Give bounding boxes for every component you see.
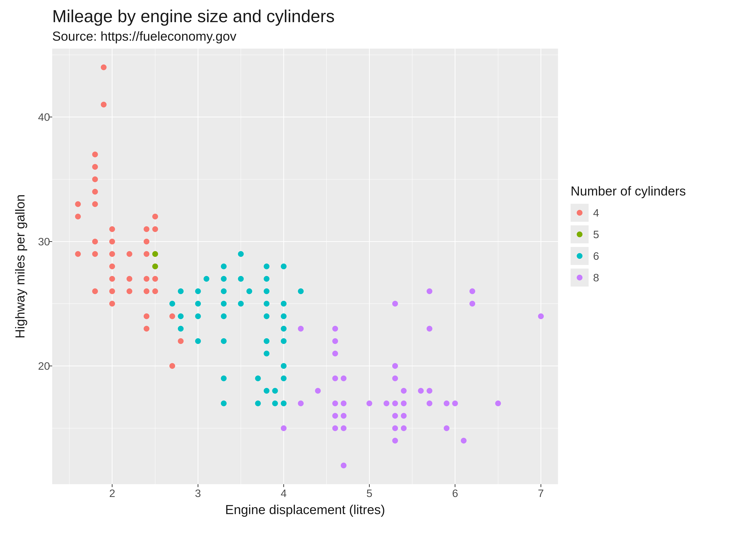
data-point	[144, 313, 149, 319]
data-point	[469, 288, 475, 294]
data-point	[264, 264, 270, 269]
legend-dot-icon	[577, 275, 582, 280]
data-point	[264, 338, 270, 344]
x-tick-label: 7	[538, 487, 544, 499]
data-point	[281, 363, 287, 369]
grid-v-minor	[241, 49, 241, 484]
data-point	[332, 400, 338, 406]
data-point	[452, 400, 458, 406]
data-point	[281, 326, 287, 332]
data-point	[221, 313, 227, 319]
data-point	[401, 413, 407, 419]
data-point	[152, 288, 158, 294]
data-point	[392, 363, 398, 369]
data-point	[298, 326, 304, 332]
data-point	[392, 301, 398, 307]
data-point	[178, 338, 184, 344]
data-point	[264, 351, 270, 356]
data-point	[169, 301, 175, 307]
legend-label: 4	[593, 206, 599, 219]
data-point	[238, 301, 244, 307]
x-tick-label: 6	[452, 487, 458, 499]
data-point	[221, 400, 227, 406]
data-point	[427, 326, 433, 332]
legend-item: 8	[570, 269, 733, 287]
legend-dot-icon	[577, 253, 582, 259]
data-point	[127, 276, 132, 282]
data-point	[109, 226, 115, 232]
grid-v-major	[455, 49, 455, 484]
grid-v-minor	[326, 49, 327, 484]
data-point	[341, 463, 346, 469]
grid-h-minor	[52, 55, 558, 55]
data-point	[341, 400, 346, 406]
data-point	[298, 288, 304, 294]
legend-title: Number of cylinders	[570, 184, 733, 199]
data-point	[281, 375, 287, 381]
data-point	[392, 375, 398, 381]
legend-key	[570, 247, 588, 265]
y-tick-label: 20	[38, 360, 50, 372]
x-tick-mark	[455, 484, 455, 487]
chart-title: Mileage by engine size and cylinders	[52, 6, 335, 26]
data-point	[127, 288, 132, 294]
y-axis-label: Highway miles per gallon	[13, 49, 27, 484]
data-point	[315, 388, 321, 394]
grid-v-minor	[412, 49, 412, 484]
data-point	[92, 189, 98, 195]
data-point	[264, 288, 270, 294]
legend-label: 6	[593, 250, 599, 262]
data-point	[169, 363, 175, 369]
data-point	[144, 326, 149, 332]
data-point	[144, 239, 149, 244]
data-point	[92, 177, 98, 182]
data-point	[221, 338, 227, 344]
x-tick-label: 4	[281, 487, 287, 499]
data-point	[281, 338, 287, 344]
grid-v-major	[197, 49, 198, 484]
x-tick-label: 5	[366, 487, 372, 499]
data-point	[401, 388, 407, 394]
data-point	[92, 164, 98, 170]
data-point	[341, 425, 346, 431]
data-point	[264, 276, 270, 282]
x-tick-label: 3	[195, 487, 201, 499]
data-point	[272, 400, 278, 406]
data-point	[238, 276, 244, 282]
data-point	[264, 313, 270, 319]
data-point	[92, 251, 98, 257]
data-point	[392, 438, 398, 444]
data-point	[92, 201, 98, 207]
data-point	[538, 313, 544, 319]
data-point	[152, 226, 158, 232]
grid-v-major	[541, 49, 541, 484]
data-point	[341, 375, 346, 381]
x-tick-mark	[283, 484, 284, 487]
data-point	[392, 400, 398, 406]
grid-v-major	[369, 49, 370, 484]
data-point	[281, 301, 287, 307]
x-tick-mark	[369, 484, 370, 487]
x-tick-mark	[197, 484, 198, 487]
data-point	[109, 239, 115, 244]
data-point	[109, 301, 115, 307]
data-point	[281, 425, 287, 431]
data-point	[392, 413, 398, 419]
legend-dot-icon	[577, 231, 582, 237]
data-point	[401, 425, 407, 431]
data-point	[495, 400, 501, 406]
data-point	[109, 288, 115, 294]
x-tick-mark	[541, 484, 541, 487]
data-point	[195, 288, 201, 294]
data-point	[195, 301, 201, 307]
data-point	[144, 226, 149, 232]
data-point	[264, 388, 270, 394]
data-point	[75, 251, 81, 257]
x-axis-label: Engine displacement (litres)	[52, 502, 558, 517]
grid-h-minor	[52, 179, 558, 180]
data-point	[195, 313, 201, 319]
data-point	[178, 326, 184, 332]
x-tick-mark	[112, 484, 112, 487]
data-point	[238, 251, 244, 257]
data-point	[75, 214, 81, 219]
